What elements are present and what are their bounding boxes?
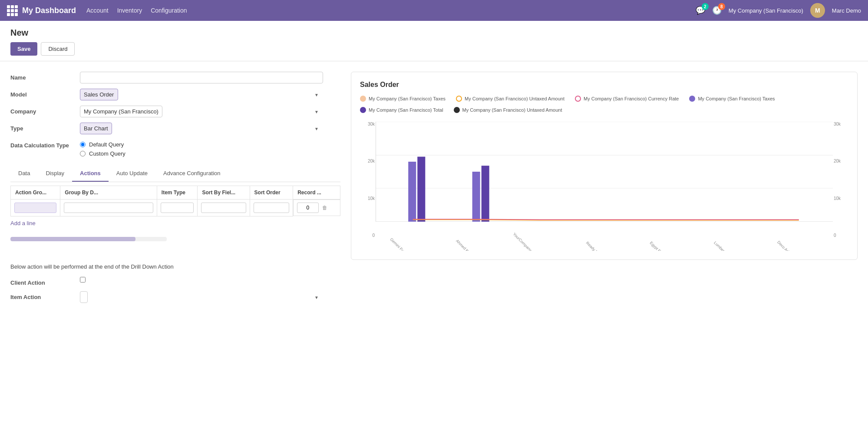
- y-axis-left: 30k 20k 10k 0: [360, 122, 375, 238]
- tabs: Data Display Actions Auto Update Advance…: [10, 166, 340, 182]
- nav-inventory[interactable]: Inventory: [117, 7, 142, 14]
- save-button[interactable]: Save: [10, 42, 37, 56]
- model-select-wrapper: Sales Order: [80, 89, 323, 100]
- nav-company: My Company (San Francisco): [729, 7, 803, 14]
- messages-icon-btn[interactable]: 💬 2: [696, 6, 705, 15]
- tab-display[interactable]: Display: [38, 166, 72, 182]
- page-title: New: [10, 28, 858, 38]
- y-label-left-0: 30k: [368, 122, 375, 126]
- cell-item-type: [157, 200, 198, 216]
- legend-color-0: [360, 96, 366, 102]
- tab-actions[interactable]: Actions: [72, 166, 109, 182]
- group-by-d-input[interactable]: [64, 203, 153, 213]
- tab-auto-update[interactable]: Auto Update: [109, 166, 155, 182]
- legend-label-0: My Company (San Francisco) Taxes: [369, 96, 446, 101]
- model-label: Model: [10, 89, 80, 98]
- tab-data[interactable]: Data: [10, 166, 38, 182]
- x-axis-labels: Gemini Furniture Ahmed Kamal YourCompany…: [376, 225, 833, 251]
- radio-custom-label: Custom Query: [89, 150, 125, 157]
- nav-configuration[interactable]: Configuration: [151, 7, 187, 14]
- name-field: Name: [10, 72, 340, 83]
- nav-right: 💬 2 🕐 8 My Company (San Francisco) M Mar…: [696, 3, 861, 18]
- app-brand[interactable]: My Dashboard: [7, 5, 76, 16]
- legend-label-3: My Company (San Francisco) Taxes: [698, 96, 775, 101]
- col-sort-by-field: Sort By Fiel...: [198, 186, 250, 200]
- radio-default-option[interactable]: Default Query: [80, 141, 125, 148]
- sort-by-field-select[interactable]: [201, 203, 246, 213]
- client-action-label: Client Action: [10, 277, 80, 286]
- legend-color-1: [456, 96, 462, 102]
- actions-table: Action Gro... Group By D... Item Type So…: [10, 186, 340, 216]
- legend-item-3: My Company (San Francisco) Taxes: [689, 96, 775, 102]
- actions-tab-content: Action Gro... Group By D... Item Type So…: [10, 186, 340, 230]
- legend-label-4: My Company (San Francisco) Total: [369, 107, 443, 113]
- delete-row-icon[interactable]: 🗑: [322, 205, 327, 211]
- legend-color-2: [575, 96, 581, 102]
- form-chart-row: Name Model Sales Order Company My Compan…: [0, 61, 868, 260]
- legend-item-0: My Company (San Francisco) Taxes: [360, 96, 446, 102]
- grid-icon: [7, 5, 18, 16]
- legend-item-5: My Company (San Francisco) Untaxed Amoun…: [454, 107, 562, 113]
- col-sort-order: Sort Order: [250, 186, 293, 200]
- discard-button[interactable]: Discard: [41, 42, 75, 56]
- radio-custom-input[interactable]: [80, 151, 86, 156]
- app-title: My Dashboard: [22, 6, 76, 15]
- model-select[interactable]: Sales Order: [80, 89, 118, 100]
- avatar[interactable]: M: [810, 3, 825, 18]
- main-content: New Save Discard Name Model Sales Order: [0, 21, 868, 429]
- name-input[interactable]: [80, 72, 323, 83]
- cell-sort-order: [250, 200, 293, 216]
- y-label-right-1: 20k: [834, 159, 841, 163]
- cell-group-by-d: [60, 200, 157, 216]
- record-input[interactable]: [297, 203, 319, 213]
- radio-custom-option[interactable]: Custom Query: [80, 150, 125, 157]
- legend-item-4: My Company (San Francisco) Total: [360, 107, 443, 113]
- btn-bar: Save Discard: [10, 42, 858, 56]
- type-field: Type Bar Chart: [10, 123, 340, 134]
- item-action-select[interactable]: [80, 291, 88, 303]
- chart-section: Sales Order My Company (San Francisco) T…: [351, 72, 858, 260]
- clock-icon-btn[interactable]: 🕐 8: [712, 6, 722, 15]
- radio-group: Default Query Custom Query: [80, 140, 125, 157]
- model-field: Model Sales Order: [10, 89, 340, 100]
- data-calc-field: Data Calculation Type Default Query Cust…: [10, 140, 340, 157]
- company-field: Company My Company (San Francisco): [10, 106, 340, 117]
- cell-record: 🗑: [293, 200, 340, 216]
- tab-advance-config[interactable]: Advance Configuration: [155, 166, 228, 182]
- client-action-checkbox[interactable]: [80, 277, 86, 283]
- name-label: Name: [10, 72, 80, 81]
- action-group-select[interactable]: [14, 203, 56, 213]
- x-label-1: Ahmed Kamal: [426, 225, 489, 251]
- page-header: New Save Discard: [0, 21, 868, 61]
- sort-order-select[interactable]: [254, 203, 290, 213]
- legend-item-2: My Company (San Francisco) Currency Rate: [575, 96, 679, 102]
- chart-title: Sales Order: [360, 81, 848, 89]
- y-label-left-3: 0: [372, 233, 375, 238]
- bar-gemini-2: [417, 157, 425, 222]
- chart-legend: My Company (San Francisco) Taxes My Comp…: [360, 96, 848, 113]
- company-select[interactable]: My Company (San Francisco): [80, 106, 162, 117]
- nav-links: Account Inventory Configuration: [86, 7, 685, 14]
- y-label-left-1: 20k: [368, 159, 375, 163]
- legend-color-3: [689, 96, 695, 102]
- drill-down-section: Below action will be performed at the en…: [0, 263, 868, 317]
- add-line-button[interactable]: Add a line: [10, 216, 36, 230]
- nav-account[interactable]: Account: [86, 7, 109, 14]
- client-action-field: Client Action: [10, 277, 858, 286]
- company-label: Company: [10, 106, 80, 115]
- nav-username: Marc Demo: [832, 7, 861, 14]
- scrollbar-area[interactable]: [10, 237, 167, 241]
- legend-label-1: My Company (San Francisco) Untaxed Amoun…: [465, 96, 564, 101]
- y-label-left-2: 10k: [368, 196, 375, 201]
- top-nav: My Dashboard Account Inventory Configura…: [0, 0, 868, 21]
- x-label-5: Lumber Inc: [682, 225, 746, 251]
- type-select[interactable]: Bar Chart: [80, 123, 112, 134]
- item-type-select[interactable]: [161, 203, 194, 213]
- chart-box: Sales Order My Company (San Francisco) T…: [351, 72, 858, 260]
- x-label-4: Egypt ERP: [618, 225, 682, 251]
- radio-default-input[interactable]: [80, 142, 86, 147]
- x-label-6: Deco Addict: [746, 225, 810, 251]
- x-label-0: Gemini Furniture: [376, 225, 425, 251]
- chart-svg: [376, 122, 833, 222]
- bar-ahmed-2: [482, 166, 489, 222]
